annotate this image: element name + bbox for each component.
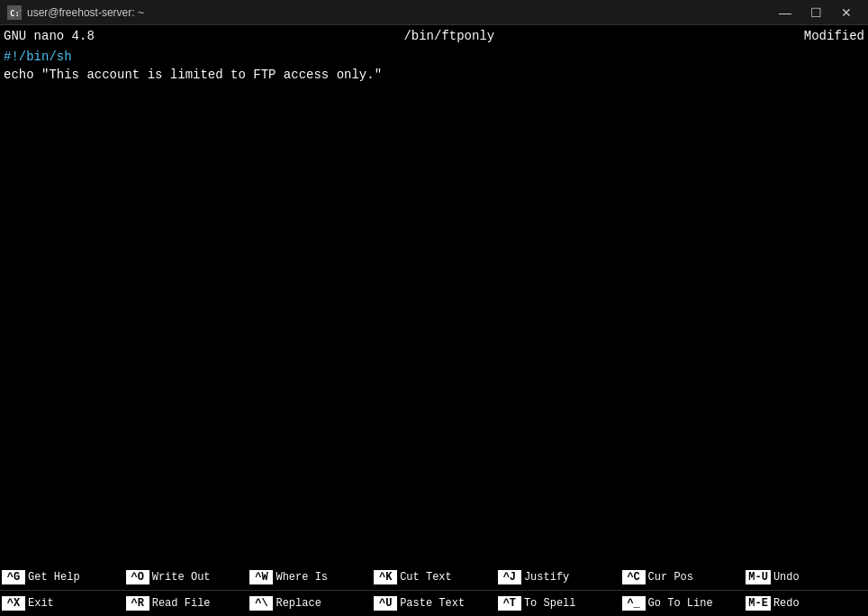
shortcut-item[interactable]: M-ERedo (744, 591, 868, 616)
window-controls: — ☐ ✕ (771, 4, 861, 22)
title-bar: C:\ user@freehost-server: ~ — ☐ ✕ (0, 0, 868, 25)
shortcut-key: M-U (746, 570, 771, 584)
shortcut-item[interactable]: ^UPaste Text (372, 591, 496, 616)
shortcut-key: ^X (2, 596, 25, 611)
shortcut-key: ^J (498, 570, 521, 584)
shortcut-item[interactable]: ^KCut Text (372, 565, 496, 590)
shortcut-key: ^C (622, 570, 646, 584)
shortcut-item[interactable]: ^JJustify (496, 565, 620, 590)
nano-filename: /bin/ftponly (403, 29, 494, 43)
shortcut-label: Cut Text (400, 571, 452, 584)
editor-content: #!/bin/sh echo "This account is limited … (4, 49, 864, 84)
shortcut-item[interactable]: M-UUndo (744, 565, 868, 590)
shortcut-row-2: ^XExit^RRead File^\Replace^UPaste Text^T… (0, 591, 868, 616)
shortcut-key: M-E (746, 596, 771, 611)
shortcut-item[interactable]: ^\Replace (248, 591, 372, 616)
shortcut-label: Write Out (152, 571, 211, 584)
nano-header: GNU nano 4.8 /bin/ftponly Modified (0, 25, 868, 47)
shortcut-key: ^O (126, 570, 149, 584)
shortcut-label: Undo (773, 571, 800, 584)
shortcut-key: ^K (374, 570, 397, 584)
shortcut-item[interactable]: ^CCur Pos (620, 565, 745, 590)
shortcut-row-1: ^GGet Help^OWrite Out^WWhere Is^KCut Tex… (0, 565, 868, 590)
shortcut-key: ^R (126, 596, 149, 611)
shortcut-item[interactable]: ^TTo Spell (496, 591, 620, 616)
terminal-icon: C:\ (7, 5, 22, 20)
shortcut-label: Get Help (28, 571, 80, 584)
shortcut-item[interactable]: ^RRead File (124, 591, 249, 616)
nano-modified-status: Modified (804, 29, 864, 43)
editor-area[interactable]: #!/bin/sh echo "This account is limited … (0, 47, 868, 565)
shortcut-item[interactable]: ^WWhere Is (248, 565, 372, 590)
shortcut-label: Redo (773, 597, 800, 610)
shortcuts-bar: ^GGet Help^OWrite Out^WWhere Is^KCut Tex… (0, 565, 868, 616)
shortcut-key: ^W (249, 570, 273, 584)
shortcut-item[interactable]: ^_Go To Line (620, 591, 745, 616)
shortcut-key: ^_ (622, 596, 646, 611)
close-button[interactable]: ✕ (832, 4, 861, 22)
shortcut-key: ^G (2, 570, 25, 584)
title-bar-left: C:\ user@freehost-server: ~ (7, 5, 144, 20)
shortcut-label: To Spell (524, 597, 576, 610)
minimize-button[interactable]: — (771, 4, 800, 22)
shortcut-label: Read File (152, 597, 211, 610)
shortcut-item[interactable]: ^OWrite Out (124, 565, 249, 590)
svg-text:C:\: C:\ (10, 9, 21, 18)
shortcut-label: Cur Pos (648, 571, 693, 584)
maximize-button[interactable]: ☐ (801, 4, 830, 22)
shortcut-key: ^U (374, 596, 397, 611)
shortcut-key: ^\ (249, 596, 273, 611)
line-1: #!/bin/sh (4, 49, 864, 67)
shortcut-label: Paste Text (400, 597, 465, 610)
shortcut-label: Exit (28, 597, 54, 610)
shortcut-label: Go To Line (648, 597, 713, 610)
shortcut-label: Replace (276, 597, 321, 610)
shortcut-label: Justify (524, 571, 569, 584)
shortcut-key: ^T (498, 596, 521, 611)
shortcut-label: Where Is (276, 571, 328, 584)
nano-version: GNU nano 4.8 (4, 29, 95, 43)
window-title: user@freehost-server: ~ (27, 6, 144, 19)
shortcut-item[interactable]: ^GGet Help (0, 565, 124, 590)
line-2: echo "This account is limited to FTP acc… (4, 67, 864, 85)
shortcut-item[interactable]: ^XExit (0, 591, 124, 616)
